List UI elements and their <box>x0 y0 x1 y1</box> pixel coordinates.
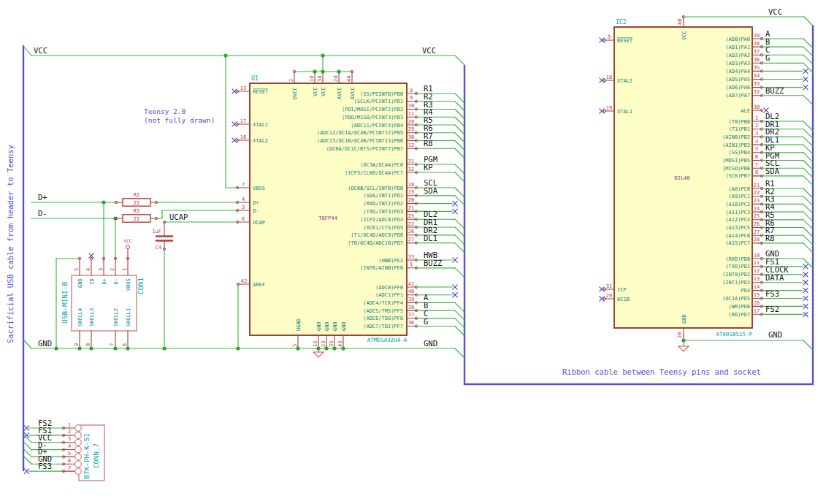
pin-number: 8 <box>85 343 91 346</box>
pin-name: OC1B <box>617 297 630 302</box>
pin-number: 23 <box>754 198 760 204</box>
junction-dot <box>113 346 117 350</box>
net-label: SDA <box>765 167 780 175</box>
pin-name: (ADC7/TDI)PF7 <box>363 324 403 329</box>
pin-name: (A14)PC6 <box>725 233 750 239</box>
pin-number: 42 <box>241 278 247 284</box>
note-teensy-line2: (not fully drawn) <box>144 116 215 124</box>
pin-name: (OC0A/OC1C/RTS/PCINT7)PB7 <box>326 146 403 152</box>
pin-number: 15 <box>313 341 318 347</box>
net-label: D+ <box>38 193 47 202</box>
pin-number: 5 <box>755 146 758 152</box>
pin-number: 9 <box>410 95 413 101</box>
net-label: VCC <box>34 46 47 55</box>
pin-name: (ADC0)PF0 <box>375 285 403 291</box>
pin-number: 31 <box>408 159 414 164</box>
conn7-ref: CONN_7 <box>92 443 100 468</box>
pin-number: 38 <box>408 305 414 310</box>
pin-name: (MOSI)PB5 <box>722 158 750 164</box>
pin-name: RESET <box>617 38 633 44</box>
net-label: GND <box>424 339 437 348</box>
pin-name: GND <box>77 278 83 288</box>
pin-number: 6 <box>242 216 245 222</box>
pin-number: 24 <box>333 76 339 82</box>
pin-name: XTAL1 <box>617 109 632 115</box>
pin-number: 36 <box>754 57 760 63</box>
pin-number: 34 <box>317 76 323 82</box>
pin-name: XTAL2 <box>253 138 268 144</box>
ic2-ref: IC2 <box>616 19 627 26</box>
con1-ref: CON1 <box>137 278 145 294</box>
pin-number: 7 <box>755 162 758 168</box>
pin-name: (OC1A)PD5 <box>722 296 750 302</box>
net-label: GND <box>768 330 782 339</box>
net-label: R8 <box>424 139 433 148</box>
pin-number: 18 <box>606 75 612 80</box>
pin-number: 17 <box>240 118 246 124</box>
pin-number: 15 <box>754 292 760 298</box>
pin-number: 28 <box>408 119 414 125</box>
pin-name: (WR)PD6 <box>728 304 750 310</box>
pin-name: (INT1)PD3 <box>722 280 750 286</box>
pin-name: AREF <box>253 282 265 288</box>
pin-number: 33 <box>408 254 414 260</box>
net-label: BUZZ <box>424 259 442 267</box>
pin-number: 29 <box>408 126 414 132</box>
pin-name: GND <box>681 314 687 324</box>
pin-number: 6 <box>755 154 758 160</box>
pin-name: (ADC12/OC1A/OC4B/PCINT12)PB5 <box>317 130 403 136</box>
pin-name: (RXD/INT2)PD2 <box>363 201 403 207</box>
pin-name: (AD0)PA0 <box>725 37 750 42</box>
pin-number: 6 <box>122 343 128 346</box>
pin-number: 5 <box>68 451 71 457</box>
pin-name: D- <box>113 278 119 284</box>
pin-number: 27 <box>408 237 414 243</box>
pin-name: (TXD)PD1 <box>725 264 750 270</box>
pin-number: 4 <box>242 196 245 202</box>
net-label: D- <box>38 209 47 218</box>
conn7-pin-circle <box>75 439 82 446</box>
pin-number: 14 <box>309 76 315 82</box>
vcc-symbol-text: VCC <box>124 238 132 243</box>
pin-name: (SS)PB4 <box>728 150 750 156</box>
pin-number: 1 <box>68 422 71 428</box>
conn7-pin-circle <box>75 461 82 467</box>
pin-number: 14 <box>754 284 760 290</box>
note-teensy-line1: Teensy 2.0 <box>144 107 186 115</box>
pin-name: SHELL3 <box>89 308 95 327</box>
pin-name: RESET <box>253 89 269 95</box>
pin-name: (A15)PC7 <box>725 240 750 246</box>
pin-number: 37 <box>408 312 414 318</box>
c4-value: 1uF <box>152 229 161 234</box>
pin-number: 36 <box>408 320 414 326</box>
pin-number: 17 <box>754 308 760 314</box>
pin-name: (XCK1/CTS)PD5 <box>363 225 403 231</box>
net-label: G <box>765 53 770 62</box>
pin-number: 31 <box>606 283 612 289</box>
pin-number: 1 <box>122 268 128 271</box>
pin-number: 27 <box>754 229 760 235</box>
net-label: FS3 <box>38 462 52 470</box>
net-label: FS3 <box>765 289 779 298</box>
pin-name: SHELL4 <box>77 308 83 327</box>
pin-number: 4 <box>68 443 71 449</box>
pin-name: PD4 <box>741 288 750 294</box>
pin-number: 12 <box>754 268 760 274</box>
pin-name: (AIN0)PB2 <box>722 134 750 140</box>
pin-name: (OC0B/SCL/INT0)PD0 <box>348 186 403 191</box>
pin-name: (T1)PB1 <box>728 126 750 132</box>
pin-number: 21 <box>408 205 414 211</box>
pin-name: XTAL1 <box>253 122 268 128</box>
note-sacrificial-cable: Sacrificial USB cable from header to Tee… <box>6 145 15 343</box>
pin-number: 30 <box>754 104 760 110</box>
pin-name: (SCK)PB7 <box>725 173 750 179</box>
pin-name: (AD1)PA1 <box>725 45 750 50</box>
pin-number: 19 <box>606 105 612 111</box>
pin-name: GND <box>324 321 330 331</box>
pin-number: 20 <box>677 332 683 338</box>
pin-name: (ICP2/ADC8)PD4 <box>360 217 403 223</box>
resistor-value: 22 <box>134 200 139 206</box>
pin-number: 20 <box>408 197 414 203</box>
pin-name: GND <box>341 321 347 331</box>
pin-name: ID <box>89 278 95 284</box>
